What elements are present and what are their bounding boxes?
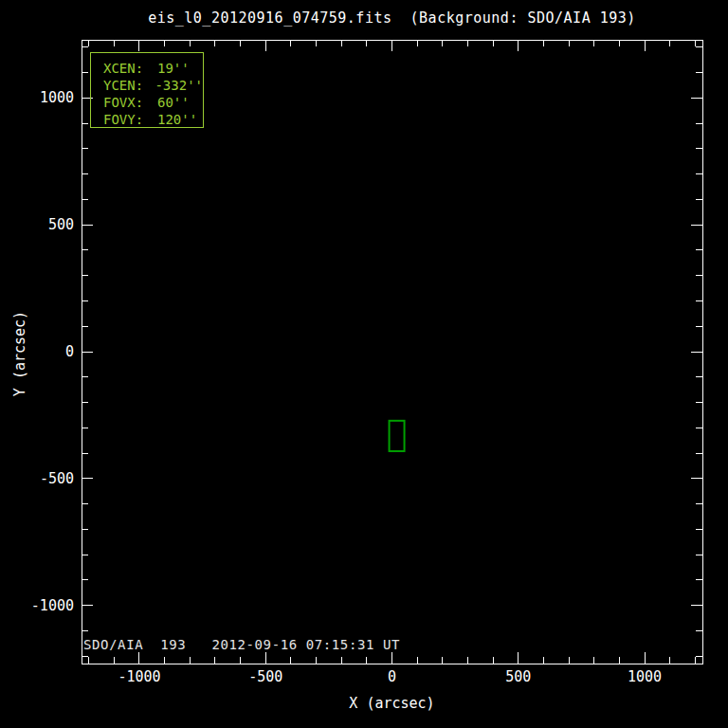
legend-value-fovx: 60'' bbox=[157, 94, 190, 111]
legend-row-fovy: FOVY:120'' bbox=[103, 111, 203, 128]
y-tick-label: -500 bbox=[0, 470, 74, 487]
plot-box bbox=[82, 40, 702, 664]
x-tick-label: 1000 bbox=[602, 668, 687, 685]
legend-value-fovy: 120'' bbox=[157, 111, 197, 128]
legend-key-fovy: FOVY: bbox=[103, 111, 157, 128]
x-tick-label: 0 bbox=[350, 668, 435, 685]
fov-rectangle bbox=[390, 421, 405, 451]
x-tick-label: -1000 bbox=[97, 668, 182, 685]
y-tick-label: 0 bbox=[0, 343, 74, 360]
x-tick-label: -500 bbox=[223, 668, 308, 685]
legend-key-fovx: FOVX: bbox=[103, 94, 157, 111]
legend-key-ycen: YCEN: bbox=[103, 77, 155, 94]
legend-row-ycen: YCEN:-332'' bbox=[103, 77, 203, 94]
y-tick-label: 1000 bbox=[0, 89, 74, 106]
legend-value-xcen: 19'' bbox=[157, 60, 190, 77]
y-tick-label: 500 bbox=[0, 216, 74, 233]
y-tick-label: -1000 bbox=[0, 597, 74, 614]
x-tick-label: 500 bbox=[476, 668, 561, 685]
legend-row-fovx: FOVX:60'' bbox=[103, 94, 203, 111]
background-image-timestamp-label: SDO/AIA 193 2012-09-16 07:15:31 UT bbox=[83, 637, 400, 650]
legend-key-xcen: XCEN: bbox=[103, 60, 157, 77]
legend-row-xcen: XCEN:19'' bbox=[103, 60, 203, 77]
plot-title: eis_l0_20120916_074759.fits (Background:… bbox=[148, 9, 636, 27]
x-axis-label: X (arcsec) bbox=[349, 695, 434, 712]
fov-legend-box: XCEN:19'' YCEN:-332'' FOVX:60'' FOVY:120… bbox=[90, 52, 204, 128]
legend-value-ycen: -332'' bbox=[155, 77, 203, 94]
plot-window: eis_l0_20120916_074759.fits (Background:… bbox=[0, 0, 728, 728]
